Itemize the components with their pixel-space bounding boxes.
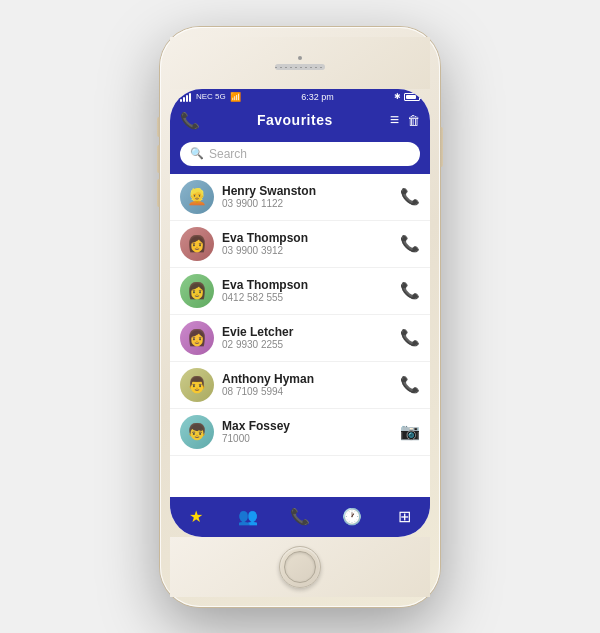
avatar-image-2: 👩 (180, 227, 214, 261)
search-box[interactable]: 🔍 Search (180, 142, 420, 166)
grid-icon: ⊞ (398, 507, 411, 526)
search-input[interactable]: Search (209, 147, 247, 161)
mute-button (157, 117, 160, 137)
contact-number: 03 9900 3912 (222, 245, 392, 256)
clock: 6:32 pm (301, 92, 334, 102)
signal-bars (180, 92, 191, 102)
avatar: 👨 (180, 368, 214, 402)
signal-bar-3 (186, 95, 188, 102)
contact-number: 0412 582 555 (222, 292, 392, 303)
clock-icon: 🕐 (342, 507, 362, 526)
tab-contacts[interactable]: 👥 (228, 505, 268, 529)
home-button-inner (284, 551, 316, 583)
carrier-label: NEC 5G (196, 92, 226, 101)
contact-number: 71000 (222, 433, 392, 444)
battery-fill (406, 95, 416, 99)
contact-name: Henry Swanston (222, 184, 392, 198)
signal-bar-2 (183, 97, 185, 102)
tab-recents[interactable]: 🕐 (332, 505, 372, 529)
top-bezel (170, 37, 430, 89)
menu-icon[interactable]: ≡ (390, 111, 399, 129)
table-row[interactable]: 👩 Eva Thompson 0412 582 555 📞 (170, 268, 430, 315)
search-icon: 🔍 (190, 147, 204, 160)
call-button[interactable]: 📞 (400, 375, 420, 394)
tab-bar: ★ 👥 📞 🕐 ⊞ (170, 497, 430, 537)
avatar: 👩 (180, 321, 214, 355)
contact-number: 03 9900 1122 (222, 198, 392, 209)
contact-info: Max Fossey 71000 (222, 419, 392, 444)
tab-calls[interactable]: 📞 (280, 505, 320, 529)
bottom-bezel (170, 537, 430, 597)
delete-icon[interactable]: 🗑 (407, 113, 420, 128)
avatar: 👱 (180, 180, 214, 214)
contact-info: Evie Letcher 02 9930 2255 (222, 325, 392, 350)
avatar-image-5: 👨 (180, 368, 214, 402)
volume-down-button (157, 179, 160, 207)
signal-bar-4 (189, 93, 191, 102)
contact-name: Eva Thompson (222, 231, 392, 245)
header-actions: ≡ 🗑 (390, 111, 420, 129)
call-button[interactable]: 📞 (400, 187, 420, 206)
screen: NEC 5G 📶 6:32 pm ✱ 📞 Favourites ≡ 🗑 (170, 89, 430, 537)
contact-number: 02 9930 2255 (222, 339, 392, 350)
table-row[interactable]: 👱 Henry Swanston 03 9900 1122 📞 (170, 174, 430, 221)
contact-info: Anthony Hyman 08 7109 5994 (222, 372, 392, 397)
contact-name: Anthony Hyman (222, 372, 392, 386)
call-button[interactable]: 📞 (400, 234, 420, 253)
avatar-image-4: 👩 (180, 321, 214, 355)
volume-up-button (157, 145, 160, 173)
status-right: ✱ (394, 92, 420, 101)
phone-frame: NEC 5G 📶 6:32 pm ✱ 📞 Favourites ≡ 🗑 (160, 27, 440, 607)
battery-icon (404, 93, 420, 101)
table-row[interactable]: 👩 Eva Thompson 03 9900 3912 📞 (170, 221, 430, 268)
avatar: 👩 (180, 227, 214, 261)
power-button (440, 127, 443, 167)
speaker-grille (275, 64, 325, 70)
contact-name: Eva Thompson (222, 278, 392, 292)
avatar-image-6: 👦 (180, 415, 214, 449)
contact-name: Max Fossey (222, 419, 392, 433)
status-left: NEC 5G 📶 (180, 92, 241, 102)
avatar: 👦 (180, 415, 214, 449)
bluetooth-icon: ✱ (394, 92, 401, 101)
call-button[interactable]: 📞 (400, 328, 420, 347)
status-bar: NEC 5G 📶 6:32 pm ✱ (170, 89, 430, 105)
header-title: Favourites (257, 112, 333, 128)
contact-info: Eva Thompson 03 9900 3912 (222, 231, 392, 256)
table-row[interactable]: 👦 Max Fossey 71000 📷 (170, 409, 430, 456)
contact-info: Henry Swanston 03 9900 1122 (222, 184, 392, 209)
video-call-button[interactable]: 📷 (400, 422, 420, 441)
avatar-image-3: 👩 (180, 274, 214, 308)
contacts-icon: 👥 (238, 507, 258, 526)
table-row[interactable]: 👩 Evie Letcher 02 9930 2255 📞 (170, 315, 430, 362)
phone-icon: 📞 (290, 507, 310, 526)
avatar-image-1: 👱 (180, 180, 214, 214)
tab-favourites[interactable]: ★ (176, 505, 216, 529)
app-header: 📞 Favourites ≡ 🗑 (170, 105, 430, 136)
tab-more[interactable]: ⊞ (384, 505, 424, 529)
wifi-icon: 📶 (230, 92, 241, 102)
avatar: 👩 (180, 274, 214, 308)
back-phone-icon[interactable]: 📞 (180, 111, 200, 130)
call-button[interactable]: 📞 (400, 281, 420, 300)
search-container: 🔍 Search (170, 136, 430, 174)
table-row[interactable]: 👨 Anthony Hyman 08 7109 5994 📞 (170, 362, 430, 409)
star-icon: ★ (189, 507, 203, 526)
contact-number: 08 7109 5994 (222, 386, 392, 397)
camera-dot (298, 56, 302, 60)
contact-info: Eva Thompson 0412 582 555 (222, 278, 392, 303)
contacts-list: 👱 Henry Swanston 03 9900 1122 📞 👩 Eva Th… (170, 174, 430, 497)
home-button[interactable] (279, 546, 321, 588)
signal-bar-1 (180, 99, 182, 102)
contact-name: Evie Letcher (222, 325, 392, 339)
